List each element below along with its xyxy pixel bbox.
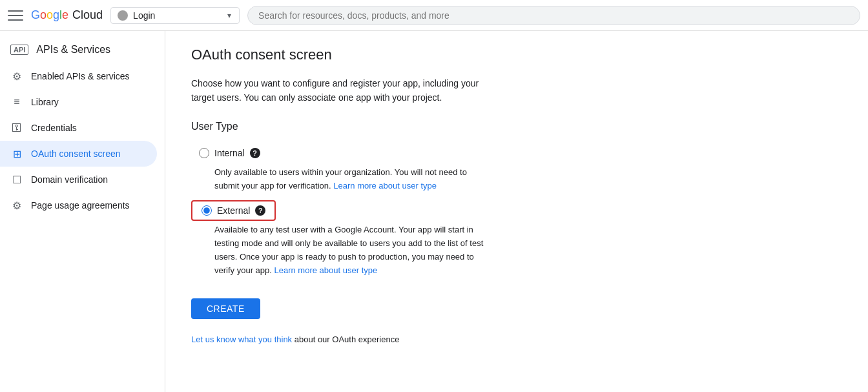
feedback-link-text: think <box>274 335 292 344</box>
internal-learn-more-link[interactable]: Learn more about user type <box>333 181 437 191</box>
settings-icon: ⚙ <box>10 70 23 83</box>
description: Choose how you want to configure and reg… <box>191 76 527 105</box>
oauth-icon: ⊞ <box>10 147 23 160</box>
google-g-logo: Google <box>31 8 68 22</box>
google-cloud-logo: Google Cloud <box>31 8 103 22</box>
sidebar-item-page-usage[interactable]: ⚙ Page usage agreements <box>0 192 157 218</box>
page-title: OAuth consent screen <box>191 46 842 63</box>
external-description: Available to any test user with a Google… <box>191 221 501 280</box>
create-button[interactable]: CREATE <box>191 298 260 319</box>
library-icon: ≡ <box>10 96 23 108</box>
description-line2: target users. You can only associate one… <box>191 92 442 103</box>
sidebar-item-domain-verification[interactable]: ☐ Domain verification <box>0 167 157 192</box>
internal-description: Only available to users within your orga… <box>191 163 501 196</box>
external-radio[interactable] <box>202 205 212 216</box>
sidebar-title: APIs & Services <box>36 44 110 56</box>
sidebar: API APIs & Services ⚙ Enabled APIs & ser… <box>0 31 165 392</box>
checkbox-icon: ☐ <box>10 173 23 186</box>
sidebar-item-label: Enabled APIs & services <box>31 71 130 81</box>
project-name: Login <box>133 10 222 21</box>
app-body: API APIs & Services ⚙ Enabled APIs & ser… <box>0 31 868 392</box>
internal-radio-row: Internal ? <box>191 143 842 163</box>
sidebar-item-label: Domain verification <box>31 174 108 185</box>
project-selector[interactable]: Login ▾ <box>110 7 240 24</box>
sidebar-item-label: OAuth consent screen <box>31 149 121 159</box>
internal-radio[interactable] <box>199 148 209 158</box>
external-help-icon[interactable]: ? <box>255 205 265 216</box>
main-content: OAuth consent screen Choose how you want… <box>165 31 868 392</box>
feedback-link[interactable]: Let us know what you think <box>191 335 294 344</box>
sidebar-item-library[interactable]: ≡ Library <box>0 89 157 115</box>
sidebar-item-label: Page usage agreements <box>31 200 130 211</box>
sidebar-item-enabled-apis[interactable]: ⚙ Enabled APIs & services <box>0 63 157 89</box>
create-button-container: CREATE <box>191 285 842 335</box>
key-icon: ⚿ <box>10 121 23 134</box>
sidebar-item-oauth-consent[interactable]: ⊞ OAuth consent screen <box>0 141 157 167</box>
sidebar-header: API APIs & Services <box>0 36 165 63</box>
external-label: External <box>217 205 250 216</box>
sidebar-item-credentials[interactable]: ⚿ Credentials <box>0 115 157 141</box>
internal-label: Internal <box>214 148 245 158</box>
feedback-prefix: Let us know what you <box>191 335 272 344</box>
page-icon: ⚙ <box>10 199 23 212</box>
sidebar-item-label: Library <box>31 97 59 107</box>
external-radio-row-highlighted: External ? <box>191 200 276 221</box>
section-title: User Type <box>191 121 842 132</box>
cloud-text: Cloud <box>72 8 103 22</box>
internal-help-icon[interactable]: ? <box>250 148 260 158</box>
external-learn-more-link[interactable]: Learn more about user type <box>274 265 378 275</box>
internal-option: Internal ? Only available to users withi… <box>191 143 842 196</box>
feedback-suffix: about our OAuth experience <box>294 335 400 344</box>
search-input[interactable] <box>247 6 860 25</box>
project-dot-icon <box>118 10 128 21</box>
sidebar-item-label: Credentials <box>31 123 77 133</box>
api-badge: API <box>10 45 28 55</box>
feedback-section: Let us know what you think about our OAu… <box>191 335 842 344</box>
hamburger-icon[interactable] <box>8 8 23 23</box>
top-nav: Google Cloud Login ▾ <box>0 0 868 31</box>
external-option: External ? Available to any test user wi… <box>191 200 842 280</box>
description-line1: Choose how you want to configure and reg… <box>191 78 479 88</box>
chevron-down-icon: ▾ <box>227 11 231 20</box>
